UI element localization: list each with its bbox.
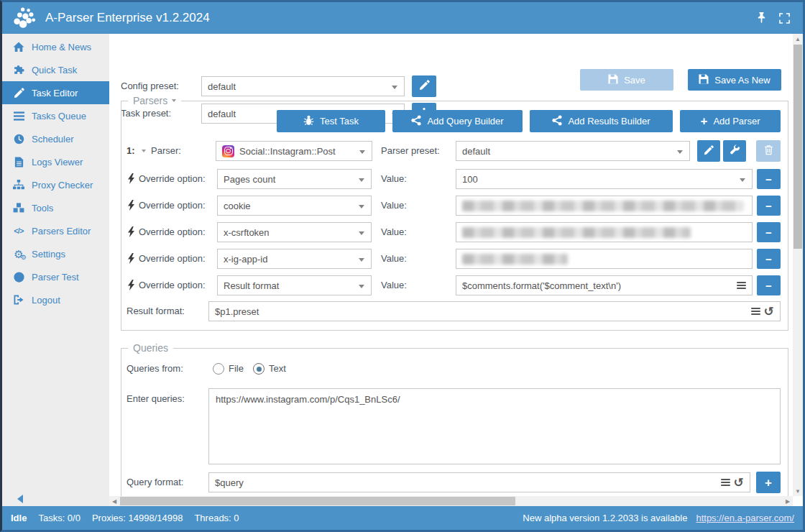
bolt-icon	[127, 280, 135, 293]
remove-override-button[interactable]: −	[757, 169, 781, 189]
parser-select[interactable]: Social::Instagram::Post	[216, 141, 372, 161]
override-value-field[interactable]	[456, 249, 753, 269]
sidebar-item-parser-test[interactable]: Parser Test	[2, 265, 109, 288]
sidebar-item-proxy-checker[interactable]: Proxy Checker	[2, 173, 109, 196]
override-option-select[interactable]: cookie	[217, 196, 372, 216]
query-format-field[interactable]: ↺	[208, 472, 750, 492]
sidebar-item-label: Parser Test	[32, 272, 79, 283]
config-preset-select[interactable]: default	[201, 76, 405, 96]
remove-override-button[interactable]: −	[757, 196, 781, 216]
remove-override-button[interactable]: −	[757, 275, 781, 295]
result-format-input[interactable]	[215, 306, 747, 317]
sidebar-item-tools[interactable]: Tools	[2, 196, 109, 219]
queries-textarea[interactable]: https://www.instagram.com/p/Cqs1_BnLSc6/	[209, 389, 780, 464]
chevron-down-icon	[740, 178, 745, 182]
remove-override-button[interactable]: −	[757, 222, 781, 242]
sidebar-item-label: Home & News	[32, 42, 91, 52]
override-option-label: Override option:	[139, 196, 206, 216]
queries-legend: Queries	[128, 342, 173, 354]
remove-override-button[interactable]: −	[757, 249, 781, 269]
horizontal-scroll-thumb[interactable]	[120, 497, 515, 505]
editor-lines-icon[interactable]	[721, 479, 730, 486]
vertical-scrollbar[interactable]: ▲ ▼	[793, 34, 803, 496]
edit-parser-preset-button[interactable]	[697, 140, 720, 162]
sidebar-item-label: Logout	[32, 295, 60, 306]
status-state: Idle	[11, 513, 27, 523]
parser-value: Social::Instagram::Post	[239, 146, 336, 157]
plus-icon: +	[765, 477, 772, 489]
sidebar-item-parsers-editor[interactable]: </> Parsers Editor	[2, 219, 109, 242]
code-icon: </>	[12, 226, 26, 235]
sidebar-collapse-icon[interactable]	[17, 495, 23, 503]
chevron-down-icon	[359, 231, 364, 235]
chevron-down-icon	[677, 150, 683, 154]
undo-icon[interactable]: ↺	[764, 306, 774, 318]
queries-from-text-radio[interactable]	[253, 363, 264, 375]
value-label: Value:	[381, 169, 407, 189]
update-link[interactable]: https://en.a-parser.com/	[696, 513, 794, 523]
scroll-left-icon[interactable]: ◀	[109, 496, 119, 506]
add-query-builder-button[interactable]: Add Query Builder	[392, 110, 523, 132]
bullseye-icon	[12, 272, 26, 283]
list-icon	[12, 111, 26, 121]
fullscreen-icon[interactable]	[779, 13, 790, 24]
override-option-label: Override option:	[139, 169, 206, 189]
sidebar-item-settings[interactable]: ⚙⚙ Settings	[2, 242, 109, 265]
undo-icon[interactable]: ↺	[734, 477, 744, 489]
override-value-field[interactable]	[456, 222, 753, 242]
override-option-select[interactable]: Result format	[217, 275, 372, 295]
sidebar-item-label: Scheduler	[32, 134, 74, 145]
pin-icon[interactable]	[757, 12, 766, 24]
query-format-input[interactable]	[215, 477, 717, 488]
chevron-down-icon	[392, 86, 397, 89]
edit-config-preset-button[interactable]	[412, 75, 436, 97]
scroll-down-icon[interactable]: ▼	[793, 486, 803, 496]
parser-index: 1:	[126, 141, 135, 161]
override-value-field[interactable]	[456, 196, 753, 216]
sidebar-item-tasks-queue[interactable]: Tasks Queue	[2, 104, 109, 127]
sidebar-item-logout[interactable]: Logout	[2, 288, 109, 311]
parser-settings-button[interactable]	[723, 140, 746, 162]
queries-from-file-radio[interactable]	[213, 363, 224, 375]
override-option-select[interactable]: Pages count	[217, 169, 372, 189]
override-value-field[interactable]	[456, 275, 753, 295]
sidebar-item-label: Quick Task	[32, 65, 77, 75]
chevron-down-icon[interactable]	[142, 150, 146, 152]
editor-lines-icon[interactable]	[737, 282, 746, 289]
save-button[interactable]: Save	[580, 69, 673, 91]
home-icon	[12, 42, 26, 52]
sidebar-item-home-news[interactable]: Home & News	[2, 35, 109, 58]
bolt-icon	[127, 226, 135, 240]
vertical-scroll-thumb[interactable]	[794, 45, 802, 249]
sidebar-item-scheduler[interactable]: Scheduler	[2, 127, 109, 150]
button-label: Add Results Builder	[568, 116, 650, 127]
instagram-icon	[222, 145, 234, 157]
test-task-button[interactable]: Test Task	[277, 110, 385, 132]
wrench-icon	[730, 145, 740, 157]
sidebar-item-logs-viewer[interactable]: Logs Viewer	[2, 150, 109, 173]
add-parser-button[interactable]: + Add Parser	[680, 110, 781, 132]
parsers-legend[interactable]: Parsers	[128, 95, 181, 106]
override-value-input[interactable]	[462, 280, 732, 291]
add-results-builder-button[interactable]: Add Results Builder	[530, 110, 673, 132]
scroll-up-icon[interactable]: ▲	[793, 34, 803, 44]
add-query-format-button[interactable]: +	[756, 472, 781, 493]
override-option-select[interactable]: x-ig-app-id	[217, 249, 372, 269]
scroll-right-icon[interactable]: ▶	[783, 496, 793, 506]
parser-preset-select[interactable]: default	[456, 141, 690, 161]
value-label: Value:	[381, 249, 407, 269]
override-value-combo[interactable]: 100	[456, 169, 753, 189]
save-as-new-button[interactable]: Save As New	[688, 69, 781, 91]
override-option-select[interactable]: x-csrftoken	[217, 222, 372, 242]
override-option-value: x-csrftoken	[224, 227, 270, 238]
editor-lines-icon[interactable]	[751, 308, 760, 315]
parser-label: Parser:	[151, 141, 181, 161]
horizontal-scrollbar[interactable]: ◀ ▶	[109, 496, 793, 506]
chevron-down-icon	[172, 99, 176, 102]
chevron-down-icon	[359, 258, 364, 262]
sidebar-item-quick-task[interactable]: Quick Task	[2, 58, 109, 81]
result-format-field[interactable]: ↺	[208, 301, 781, 321]
sidebar-item-task-editor[interactable]: Task Editor	[2, 81, 109, 104]
delete-parser-button[interactable]	[756, 140, 781, 162]
legend-label: Queries	[133, 342, 168, 354]
